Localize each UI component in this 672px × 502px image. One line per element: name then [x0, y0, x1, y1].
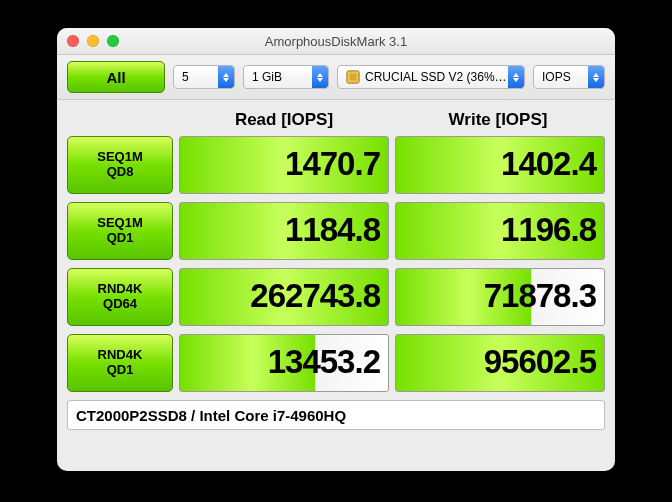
- write-cell: 71878.3: [395, 268, 605, 326]
- stepper-icon: [312, 66, 328, 88]
- zoom-icon[interactable]: [107, 35, 119, 47]
- table-row: RND4K QD64 262743.8 71878.3: [67, 268, 605, 326]
- toolbar: All 5 1 GiB CRUCIAL SSD V2 (36%… IOPS: [57, 55, 615, 100]
- write-cell: 95602.5: [395, 334, 605, 392]
- svg-rect-1: [350, 74, 357, 81]
- stepper-icon: [508, 66, 524, 88]
- write-cell: 1196.8: [395, 202, 605, 260]
- run-all-label: All: [106, 69, 125, 86]
- row-label-2: QD8: [107, 165, 134, 180]
- write-header: Write [IOPS]: [391, 110, 605, 130]
- row-label-2: QD64: [103, 297, 137, 312]
- description-value: CT2000P2SSD8 / Intel Core i7-4960HQ: [76, 407, 346, 424]
- row-label-2: QD1: [107, 363, 134, 378]
- write-cell: 1402.4: [395, 136, 605, 194]
- minimize-icon[interactable]: [87, 35, 99, 47]
- row-label-1: SEQ1M: [97, 150, 143, 165]
- disk-select[interactable]: CRUCIAL SSD V2 (36%…: [337, 65, 525, 89]
- app-window: AmorphousDiskMark 3.1 All 5 1 GiB CRUCIA…: [57, 28, 615, 471]
- read-cell: 1470.7: [179, 136, 389, 194]
- seq1m-qd8-button[interactable]: SEQ1M QD8: [67, 136, 173, 194]
- row-label-1: SEQ1M: [97, 216, 143, 231]
- rnd4k-qd1-button[interactable]: RND4K QD1: [67, 334, 173, 392]
- read-value: 1470.7: [285, 145, 380, 183]
- write-value: 71878.3: [484, 277, 596, 315]
- stepper-icon: [588, 66, 604, 88]
- read-cell: 13453.2: [179, 334, 389, 392]
- read-cell: 262743.8: [179, 268, 389, 326]
- table-row: SEQ1M QD1 1184.8 1196.8: [67, 202, 605, 260]
- stepper-icon: [218, 66, 234, 88]
- unit-select[interactable]: IOPS: [533, 65, 605, 89]
- read-header: Read [IOPS]: [177, 110, 391, 130]
- unit-value: IOPS: [542, 70, 571, 84]
- runs-select[interactable]: 5: [173, 65, 235, 89]
- write-value: 95602.5: [484, 343, 596, 381]
- read-value: 1184.8: [285, 211, 380, 249]
- read-cell: 1184.8: [179, 202, 389, 260]
- window-title: AmorphousDiskMark 3.1: [57, 34, 615, 49]
- rnd4k-qd64-button[interactable]: RND4K QD64: [67, 268, 173, 326]
- row-label-1: RND4K: [98, 282, 143, 297]
- write-value: 1402.4: [501, 145, 596, 183]
- size-value: 1 GiB: [252, 70, 282, 84]
- row-label-1: RND4K: [98, 348, 143, 363]
- read-value: 13453.2: [268, 343, 380, 381]
- disk-value: CRUCIAL SSD V2 (36%…: [365, 70, 508, 84]
- write-value: 1196.8: [501, 211, 596, 249]
- size-select[interactable]: 1 GiB: [243, 65, 329, 89]
- close-icon[interactable]: [67, 35, 79, 47]
- table-row: SEQ1M QD8 1470.7 1402.4: [67, 136, 605, 194]
- read-value: 262743.8: [250, 277, 380, 315]
- titlebar[interactable]: AmorphousDiskMark 3.1: [57, 28, 615, 55]
- row-label-2: QD1: [107, 231, 134, 246]
- seq1m-qd1-button[interactable]: SEQ1M QD1: [67, 202, 173, 260]
- run-all-button[interactable]: All: [67, 61, 165, 93]
- column-headers: Read [IOPS] Write [IOPS]: [67, 100, 605, 136]
- table-row: RND4K QD1 13453.2 95602.5: [67, 334, 605, 392]
- disk-icon: [346, 70, 360, 84]
- description-input[interactable]: CT2000P2SSD8 / Intel Core i7-4960HQ: [67, 400, 605, 430]
- content: Read [IOPS] Write [IOPS] SEQ1M QD8 1470.…: [57, 100, 615, 440]
- window-controls: [67, 35, 119, 47]
- runs-value: 5: [182, 70, 189, 84]
